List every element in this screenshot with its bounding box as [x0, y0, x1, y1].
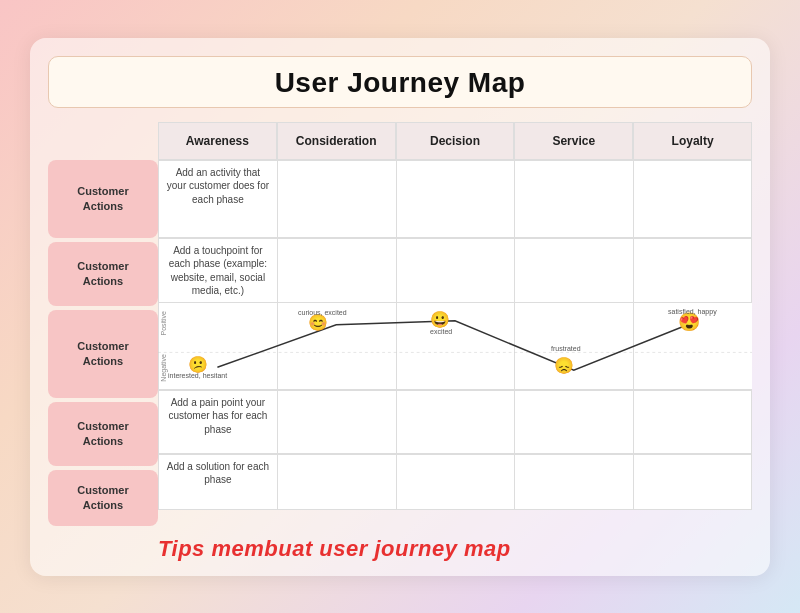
emotion-cell-2	[396, 303, 515, 390]
col-header-loyalty: Loyalty	[633, 122, 752, 160]
cell-3-0: Add a pain point your customer has for e…	[158, 391, 277, 454]
grid-area: Awareness Consideration Decision Service…	[158, 122, 752, 530]
tips-text: Tips membuat user journey map	[158, 536, 511, 561]
cell-4-0: Add a solution for each phase	[158, 455, 277, 510]
row-labels: CustomerActions CustomerActions Customer…	[48, 122, 158, 530]
label-awareness: interested, hesitant	[168, 372, 227, 379]
cell-0-2	[396, 161, 515, 238]
cell-3-2	[396, 391, 515, 454]
col-header-consideration: Consideration	[277, 122, 396, 160]
cell-1-4	[633, 239, 752, 304]
cell-3-4	[633, 391, 752, 454]
label-consideration: curious, excited	[298, 309, 347, 316]
cell-0-3	[514, 161, 633, 238]
cell-3-1	[277, 391, 396, 454]
cell-1-1	[277, 239, 396, 304]
cell-4-4	[633, 455, 752, 510]
row-label-4: CustomerActions	[48, 470, 158, 526]
row-label-3: CustomerActions	[48, 402, 158, 466]
col-header-decision: Decision	[396, 122, 515, 160]
label-decision: excited	[430, 328, 452, 335]
emoji-decision: 😀	[430, 310, 450, 329]
emoji-service: 😞	[554, 356, 574, 375]
main-container: User Journey Map CustomerActions Custome…	[30, 38, 770, 576]
grid-row-3: Add a pain point your customer has for e…	[158, 390, 752, 454]
axis-negative-label: Negative	[160, 354, 167, 382]
title-box: User Journey Map	[48, 56, 752, 108]
cell-1-0: Add a touchpoint for each phase (example…	[158, 239, 277, 304]
label-header-spacer	[48, 122, 158, 160]
grid-row-0: Add an activity that your customer does …	[158, 160, 752, 238]
table-wrapper: CustomerActions CustomerActions Customer…	[48, 122, 752, 530]
cell-0-0: Add an activity that your customer does …	[158, 161, 277, 238]
bottom-text-container: Tips membuat user journey map	[48, 536, 752, 562]
row-label-0: CustomerActions	[48, 160, 158, 238]
axis-positive-label: Positive	[160, 311, 167, 336]
emotion-cell-1	[277, 303, 396, 390]
cell-4-2	[396, 455, 515, 510]
row-label-1: CustomerActions	[48, 242, 158, 306]
label-loyalty: satisfied, happy	[668, 308, 717, 315]
grid-row-emotion: Positive Negative 😕 interested, hesitant…	[158, 302, 752, 390]
col-header-awareness: Awareness	[158, 122, 277, 160]
row-label-2: CustomerActions	[48, 310, 158, 398]
grid-row-4: Add a solution for each phase	[158, 454, 752, 510]
grid-row-1: Add a touchpoint for each phase (example…	[158, 238, 752, 302]
cell-0-4	[633, 161, 752, 238]
page-title: User Journey Map	[49, 67, 751, 99]
cell-3-3	[514, 391, 633, 454]
cell-1-3	[514, 239, 633, 304]
label-service: frustrated	[551, 345, 581, 352]
col-headers: Awareness Consideration Decision Service…	[158, 122, 752, 160]
cell-1-2	[396, 239, 515, 304]
cell-4-3	[514, 455, 633, 510]
cell-4-1	[277, 455, 396, 510]
col-header-service: Service	[514, 122, 633, 160]
cell-0-1	[277, 161, 396, 238]
